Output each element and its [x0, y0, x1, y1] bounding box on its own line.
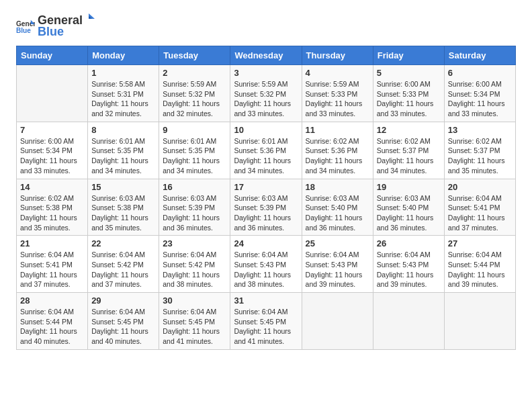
calendar-week-row: 1Sunrise: 5:58 AMSunset: 5:31 PMDaylight… [17, 65, 516, 122]
day-number: 22 [91, 238, 155, 248]
calendar-header-monday: Monday [88, 46, 159, 65]
day-number: 12 [377, 125, 441, 135]
day-info: Sunrise: 5:59 AMSunset: 5:32 PMDaylight:… [234, 79, 298, 119]
day-info: Sunrise: 6:00 AMSunset: 5:33 PMDaylight:… [377, 79, 441, 119]
day-info: Sunrise: 6:03 AMSunset: 5:40 PMDaylight:… [377, 193, 441, 233]
calendar-week-row: 7Sunrise: 6:00 AMSunset: 5:34 PMDaylight… [17, 122, 516, 179]
day-number: 2 [163, 68, 226, 78]
calendar-header-wednesday: Wednesday [230, 46, 302, 65]
day-number: 7 [20, 125, 84, 135]
day-info: Sunrise: 6:04 AMSunset: 5:45 PMDaylight:… [234, 307, 298, 347]
calendar-cell: 16Sunrise: 6:03 AMSunset: 5:39 PMDayligh… [159, 179, 230, 236]
day-info: Sunrise: 6:03 AMSunset: 5:39 PMDaylight:… [163, 193, 226, 233]
calendar-cell: 15Sunrise: 6:03 AMSunset: 5:38 PMDayligh… [88, 179, 159, 236]
day-info: Sunrise: 6:00 AMSunset: 5:34 PMDaylight:… [448, 79, 512, 119]
day-number: 5 [377, 68, 441, 78]
day-number: 18 [306, 182, 369, 192]
header: General Blue General Blue [16, 13, 516, 39]
day-info: Sunrise: 6:02 AMSunset: 5:38 PMDaylight:… [20, 193, 84, 233]
day-info: Sunrise: 6:01 AMSunset: 5:35 PMDaylight:… [91, 136, 155, 176]
calendar-week-row: 28Sunrise: 6:04 AMSunset: 5:44 PMDayligh… [17, 293, 516, 350]
day-number: 31 [234, 295, 298, 306]
day-number: 3 [234, 68, 298, 78]
day-number: 28 [20, 295, 84, 306]
calendar-cell: 23Sunrise: 6:04 AMSunset: 5:42 PMDayligh… [159, 236, 230, 293]
calendar-cell [17, 65, 88, 122]
day-number: 19 [377, 182, 441, 192]
day-info: Sunrise: 6:04 AMSunset: 5:43 PMDaylight:… [377, 250, 441, 289]
day-number: 23 [163, 238, 226, 248]
calendar-cell: 28Sunrise: 6:04 AMSunset: 5:44 PMDayligh… [17, 293, 88, 350]
day-info: Sunrise: 6:02 AMSunset: 5:37 PMDaylight:… [448, 136, 512, 176]
day-number: 8 [91, 125, 155, 135]
logo-bird-icon [83, 13, 95, 24]
logo: General Blue General Blue [16, 13, 95, 39]
calendar-cell: 11Sunrise: 6:02 AMSunset: 5:36 PMDayligh… [302, 122, 373, 179]
day-info: Sunrise: 6:03 AMSunset: 5:38 PMDaylight:… [91, 193, 155, 233]
day-info: Sunrise: 6:02 AMSunset: 5:37 PMDaylight:… [377, 136, 441, 176]
calendar-cell [302, 293, 373, 350]
day-number: 17 [234, 182, 298, 192]
calendar-cell: 10Sunrise: 6:01 AMSunset: 5:36 PMDayligh… [230, 122, 302, 179]
day-number: 15 [91, 182, 155, 192]
calendar-cell: 9Sunrise: 6:01 AMSunset: 5:35 PMDaylight… [159, 122, 230, 179]
calendar-header-sunday: Sunday [17, 46, 88, 65]
calendar-cell: 24Sunrise: 6:04 AMSunset: 5:43 PMDayligh… [230, 236, 302, 293]
calendar-cell: 26Sunrise: 6:04 AMSunset: 5:43 PMDayligh… [373, 236, 444, 293]
calendar-week-row: 21Sunrise: 6:04 AMSunset: 5:41 PMDayligh… [17, 236, 516, 293]
day-number: 9 [163, 125, 226, 135]
calendar-cell: 25Sunrise: 6:04 AMSunset: 5:43 PMDayligh… [302, 236, 373, 293]
day-info: Sunrise: 6:04 AMSunset: 5:45 PMDaylight:… [91, 307, 155, 347]
calendar-header-row: SundayMondayTuesdayWednesdayThursdayFrid… [17, 46, 516, 65]
day-number: 26 [377, 238, 441, 248]
calendar-cell: 17Sunrise: 6:03 AMSunset: 5:39 PMDayligh… [230, 179, 302, 236]
day-info: Sunrise: 6:04 AMSunset: 5:44 PMDaylight:… [20, 307, 84, 347]
day-number: 21 [20, 238, 84, 248]
day-number: 29 [91, 295, 155, 306]
day-info: Sunrise: 5:59 AMSunset: 5:33 PMDaylight:… [306, 79, 369, 119]
day-number: 25 [306, 238, 369, 248]
calendar-cell: 19Sunrise: 6:03 AMSunset: 5:40 PMDayligh… [373, 179, 444, 236]
day-number: 1 [91, 68, 155, 78]
calendar-cell: 31Sunrise: 6:04 AMSunset: 5:45 PMDayligh… [230, 293, 302, 350]
day-number: 24 [234, 238, 298, 248]
day-info: Sunrise: 6:04 AMSunset: 5:42 PMDaylight:… [91, 250, 155, 289]
calendar-table: SundayMondayTuesdayWednesdayThursdayFrid… [16, 46, 516, 350]
day-info: Sunrise: 5:59 AMSunset: 5:32 PMDaylight:… [163, 79, 226, 119]
calendar-cell: 30Sunrise: 6:04 AMSunset: 5:45 PMDayligh… [159, 293, 230, 350]
day-info: Sunrise: 5:58 AMSunset: 5:31 PMDaylight:… [91, 79, 155, 119]
calendar-header-saturday: Saturday [444, 46, 515, 65]
calendar-cell: 21Sunrise: 6:04 AMSunset: 5:41 PMDayligh… [17, 236, 88, 293]
day-number: 10 [234, 125, 298, 135]
day-info: Sunrise: 6:01 AMSunset: 5:35 PMDaylight:… [163, 136, 226, 176]
day-info: Sunrise: 6:04 AMSunset: 5:41 PMDaylight:… [448, 193, 512, 233]
day-number: 16 [163, 182, 226, 192]
day-number: 6 [448, 68, 512, 78]
day-info: Sunrise: 6:04 AMSunset: 5:43 PMDaylight:… [306, 250, 369, 289]
day-number: 30 [163, 295, 226, 306]
svg-text:Blue: Blue [16, 27, 31, 34]
day-info: Sunrise: 6:04 AMSunset: 5:45 PMDaylight:… [163, 307, 226, 347]
calendar-cell: 12Sunrise: 6:02 AMSunset: 5:37 PMDayligh… [373, 122, 444, 179]
calendar-cell: 20Sunrise: 6:04 AMSunset: 5:41 PMDayligh… [444, 179, 515, 236]
calendar-cell: 6Sunrise: 6:00 AMSunset: 5:34 PMDaylight… [444, 65, 515, 122]
day-info: Sunrise: 6:04 AMSunset: 5:42 PMDaylight:… [163, 250, 226, 289]
calendar-cell: 7Sunrise: 6:00 AMSunset: 5:34 PMDaylight… [17, 122, 88, 179]
calendar-cell: 8Sunrise: 6:01 AMSunset: 5:35 PMDaylight… [88, 122, 159, 179]
calendar-cell: 27Sunrise: 6:04 AMSunset: 5:44 PMDayligh… [444, 236, 515, 293]
calendar-cell: 29Sunrise: 6:04 AMSunset: 5:45 PMDayligh… [88, 293, 159, 350]
day-number: 14 [20, 182, 84, 192]
day-number: 27 [448, 238, 512, 248]
day-info: Sunrise: 6:03 AMSunset: 5:39 PMDaylight:… [234, 193, 298, 233]
day-number: 4 [306, 68, 369, 78]
calendar-cell: 1Sunrise: 5:58 AMSunset: 5:31 PMDaylight… [88, 65, 159, 122]
calendar-cell [444, 293, 515, 350]
day-number: 11 [306, 125, 369, 135]
calendar-header-friday: Friday [373, 46, 444, 65]
day-number: 13 [448, 125, 512, 135]
calendar-cell: 5Sunrise: 6:00 AMSunset: 5:33 PMDaylight… [373, 65, 444, 122]
calendar-week-row: 14Sunrise: 6:02 AMSunset: 5:38 PMDayligh… [17, 179, 516, 236]
generalblue-logo-icon: General Blue [16, 19, 35, 34]
calendar-cell: 3Sunrise: 5:59 AMSunset: 5:32 PMDaylight… [230, 65, 302, 122]
calendar-cell [373, 293, 444, 350]
